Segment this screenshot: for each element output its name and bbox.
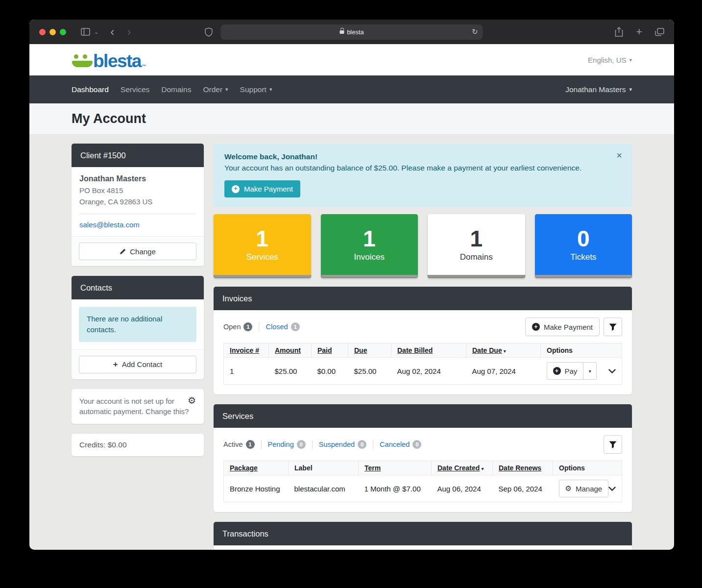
locale-label: English, US [588,56,626,64]
col-package[interactable]: Package [224,461,289,475]
nav-user-menu[interactable]: Jonathan Masters▾ [559,85,632,94]
service-row: Bronze Hosting blestacular.com 1 Month @… [224,475,622,502]
back-button[interactable]: ‹ [110,26,114,38]
col-due[interactable]: Due [348,343,391,358]
stat-card-domains[interactable]: 1 Domains [428,214,525,278]
plus-icon: + [113,360,118,368]
col-paid[interactable]: Paid [312,343,348,358]
nav-support[interactable]: Support▾ [234,85,278,94]
stat-value: 1 [256,227,268,250]
service-term: 1 Month @ $7.00 [359,475,432,502]
invoices-panel: Invoices Open1 Closed1 + Make [214,287,632,394]
tab-services-pending[interactable]: Pending0 [268,440,306,449]
invoices-filter-button[interactable] [604,318,622,336]
share-icon[interactable] [615,27,623,37]
new-tab-icon[interactable]: + [636,26,642,37]
divider [79,214,196,214]
service-label: blestacular.com [289,475,359,502]
nav-services[interactable]: Services [115,85,155,94]
gear-icon[interactable]: ⚙ [188,396,196,405]
client-panel: Client #1500 Jonathan Masters PO Box 481… [72,144,204,266]
client-name: Jonathan Masters [79,174,196,183]
count-badge: 0 [412,440,421,449]
invoices-make-payment-button[interactable]: + Make Payment [525,318,600,336]
nav-dashboard[interactable]: Dashboard [72,85,115,94]
col-amount[interactable]: Amount [269,343,312,358]
no-contacts-message: There are no additional contacts. [79,307,196,342]
credits-card: Credits: $0.00 [72,434,204,456]
traffic-lights [39,29,66,35]
url-text: blesta [347,28,364,36]
caret-down-icon: ▾ [629,57,632,63]
client-panel-title: Client #1500 [72,144,204,167]
expand-row-chevron-icon[interactable] [608,487,616,491]
browser-toolbar: ⌄ ‹ › blesta ↻ + [29,20,674,44]
privacy-shield-icon[interactable] [205,27,213,37]
col-invoice-number[interactable]: Invoice # [224,343,269,358]
site-header: blesta™ English, US ▾ [29,44,674,75]
blesta-logo[interactable]: blesta™ [72,51,146,69]
tab-invoices-open[interactable]: Open1 [223,322,252,331]
change-client-button[interactable]: Change [79,243,196,260]
tab-invoices-closed[interactable]: Closed1 [266,322,299,331]
divider [373,440,373,449]
services-filter-button[interactable] [604,435,622,454]
services-panel: Services Active1 Pending0 Suspended0 Can… [214,404,632,512]
locale-selector[interactable]: English, US ▾ [588,56,632,64]
sort-caret-icon: ▾ [504,348,506,354]
sidebar-toggle-icon[interactable] [81,28,90,36]
invoice-amount: $25.00 [269,358,312,385]
stat-card-invoices[interactable]: 1 Invoices [321,214,418,278]
pay-button[interactable]: + Pay [547,362,584,380]
col-date-billed[interactable]: Date Billed [391,343,466,358]
tab-services-canceled[interactable]: Canceled0 [380,440,421,449]
count-badge: 0 [297,440,306,449]
trademark-symbol: ™ [142,64,146,69]
stat-card-services[interactable]: 1 Services [214,214,311,278]
make-payment-button[interactable]: + Make Payment [224,180,300,197]
col-date-renews[interactable]: Date Renews [493,461,553,475]
stat-card-tickets[interactable]: 0 Tickets [535,214,632,278]
plus-circle-icon: + [232,185,240,193]
services-table: Package Label Term Date Created▾ Date Re… [223,461,622,502]
expand-row-chevron-icon[interactable] [608,369,616,373]
manage-service-button[interactable]: ⚙ Manage [559,480,609,497]
chevron-down-icon[interactable]: ⌄ [94,29,98,35]
tab-services-suspended[interactable]: Suspended0 [319,440,366,449]
stat-label: Domains [460,252,493,262]
col-date-created[interactable]: Date Created▾ [432,461,493,475]
transactions-panel: Transactions Approved1 Pending0 Declined… [214,522,632,550]
welcome-banner-message: Your account has an outstanding balance … [224,164,621,172]
zoom-window-button[interactable] [60,29,66,35]
col-date-due[interactable]: Date Due▾ [466,343,541,358]
invoice-due: $25.00 [348,358,391,385]
add-contact-button[interactable]: + Add Contact [79,356,196,373]
divider [312,440,313,449]
invoice-number: 1 [224,358,269,385]
contacts-panel-title: Contacts [72,276,204,299]
col-term[interactable]: Term [359,461,432,475]
address-bar[interactable]: blesta ↻ [221,24,483,40]
invoices-table: Invoice # Amount Paid Due Date Billed Da… [223,343,622,385]
welcome-banner: Welcome back, Jonathan! Your account has… [214,144,632,207]
minimize-window-button[interactable] [49,29,56,35]
transactions-panel-title: Transactions [214,522,632,545]
pencil-icon [120,248,126,255]
close-window-button[interactable] [39,29,46,35]
nav-domains[interactable]: Domains [155,85,197,94]
col-options: Options [541,343,622,358]
tab-overview-icon[interactable] [655,28,664,36]
count-badge: 1 [291,322,300,331]
nav-order[interactable]: Order▾ [197,85,234,94]
tab-services-active[interactable]: Active1 [223,440,255,449]
autopay-notice-text[interactable]: Your account is not set up for automatic… [79,397,189,416]
stat-value: 1 [363,227,376,250]
service-date-renews: Sep 06, 2024 [493,475,553,502]
col-options: Options [553,461,622,475]
reload-icon[interactable]: ↻ [472,27,478,36]
stat-label: Tickets [570,252,596,262]
client-email-link[interactable]: sales@blesta.com [79,220,140,229]
count-badge: 0 [358,440,366,449]
pay-dropdown-button[interactable]: ▾ [583,362,597,380]
close-icon[interactable]: × [616,150,622,160]
